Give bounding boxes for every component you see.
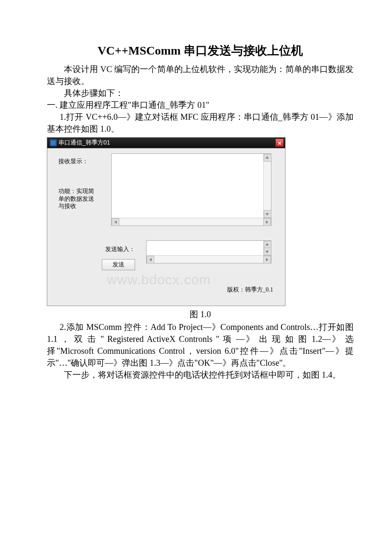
- scrollbar-horizontal[interactable]: [112, 218, 271, 225]
- app-icon: [50, 139, 57, 146]
- section-1-step-1: 1.打开 VC++6.0—》建立对话框 MFC 应用程序：串口通信_韩季方 01…: [47, 111, 354, 135]
- scrollbar-vertical[interactable]: [263, 154, 271, 218]
- scroll-down-icon: [265, 213, 269, 216]
- scroll-left-icon: [149, 258, 152, 261]
- figure-1-caption: 图 1.0: [47, 309, 354, 320]
- section-1-heading: 一. 建立应用程序工程"串口通信_韩季方 01": [47, 99, 354, 111]
- section-1-step-3: 下一步，将对话框资源控件中的电话状控件托到对话框中即可，如图 1.4。: [47, 369, 354, 381]
- steps-intro: 具体步骤如下：: [47, 87, 354, 99]
- scrollbar-horizontal[interactable]: [147, 255, 271, 263]
- window-title: 串口通信_韩季方01: [58, 139, 275, 147]
- scroll-down-icon: [265, 251, 269, 253]
- label-receive: 接收显示：: [58, 158, 88, 165]
- label-send-input: 发送输入：: [105, 246, 135, 253]
- dialog-screenshot: 串口通信_韩季方01 × 接收显示： 功能：实现简单的数据发送与接收 发送输入：: [47, 137, 285, 306]
- dialog-body: 接收显示： 功能：实现简单的数据发送与接收 发送输入： 发送 www.: [47, 148, 285, 306]
- scroll-left-icon: [114, 220, 117, 224]
- section-1-step-2: 2.添加 MSComm 控件：Add To Project—》Component…: [47, 321, 354, 369]
- intro-paragraph: 本设计用 VC 编写的一个简单的上位机软件，实现功能为：简单的串口数据发送与接收…: [47, 63, 354, 87]
- close-icon[interactable]: ×: [275, 139, 284, 147]
- label-description: 功能：实现简单的数据发送与接收: [58, 188, 97, 210]
- watermark-text: www.bdocx.com: [107, 272, 211, 288]
- send-textarea[interactable]: [146, 240, 271, 263]
- scroll-right-icon: [266, 258, 268, 261]
- scroll-right-icon: [266, 220, 268, 224]
- scroll-up-icon: [265, 243, 269, 246]
- copyright-label: 版权：韩季方_0.1: [227, 286, 274, 294]
- scroll-up-icon: [265, 156, 269, 159]
- dialog-titlebar: 串口通信_韩季方01 ×: [47, 137, 285, 148]
- doc-title: VC++MSComm 串口发送与接收上位机: [47, 43, 354, 59]
- send-button[interactable]: 发送: [102, 259, 135, 270]
- receive-textarea[interactable]: [111, 153, 271, 226]
